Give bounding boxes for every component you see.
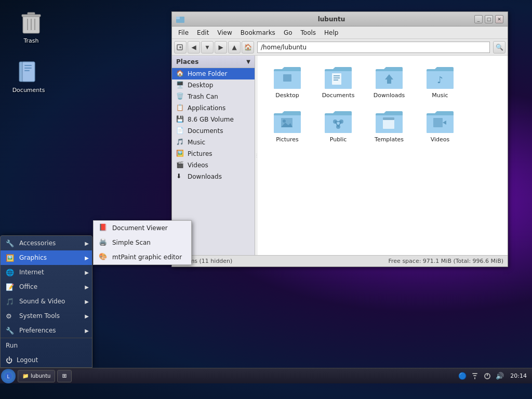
svg-text:L: L: [7, 374, 9, 379]
close-button[interactable]: ✕: [495, 15, 503, 23]
search-toggle[interactable]: 🔍: [493, 41, 506, 54]
submenu-simple-scan[interactable]: 🖨️ Simple Scan: [94, 235, 191, 250]
sm-logout[interactable]: ⏻ Logout: [1, 353, 92, 367]
svg-rect-34: [433, 118, 443, 127]
pictures-sidebar-icon: 🖼️: [176, 150, 184, 158]
sidebar-item-desktop[interactable]: 🖥️ Desktop: [172, 79, 255, 91]
power-icon[interactable]: [482, 371, 493, 381]
sm-item-accessories[interactable]: 🔧 Accessories ▶: [1, 236, 92, 250]
documents-icon: [16, 60, 41, 85]
sidebar-item-downloads[interactable]: ⬇️ Downloads: [172, 171, 255, 182]
sidebar-item-volume[interactable]: 💾 8.6 GB Volume: [172, 114, 255, 125]
file-icon-pictures[interactable]: Pictures: [264, 106, 311, 146]
main-content: Places ▼ 🏠 Home Folder 🖥️ Desktop 🗑️ Tra…: [172, 56, 508, 255]
toolbar: ◀ ▼ ▶ ▲ 🏠 /home/lubuntu 🔍: [172, 39, 508, 56]
window-titlebar: lubuntu _ □ ✕: [172, 12, 508, 26]
bluetooth-icon[interactable]: 🔵: [457, 371, 468, 381]
sidebar-collapse-icon[interactable]: ▼: [246, 59, 250, 64]
svg-rect-10: [24, 70, 30, 71]
taskbar-files-button[interactable]: 📁 lubuntu: [18, 370, 55, 382]
sound-video-icon: 🎵: [6, 297, 15, 306]
office-arrow: ▶: [85, 284, 89, 290]
file-icon-desktop[interactable]: Desktop: [264, 62, 311, 102]
new-tab-button[interactable]: [174, 41, 187, 54]
public-folder-label: Public: [330, 136, 347, 143]
sidebar-item-music[interactable]: 🎵 Music: [172, 137, 255, 148]
svg-text:♪: ♪: [437, 74, 443, 85]
downloads-sidebar-icon: ⬇️: [176, 172, 184, 181]
taskbar: L 📁 lubuntu ⊞ 🔵: [0, 368, 532, 383]
sidebar-header: Places ▼: [172, 56, 255, 68]
svg-rect-16: [283, 74, 291, 82]
desktop: Trash Documents lubuntu: [0, 0, 532, 383]
file-icon-public[interactable]: Public: [315, 106, 362, 146]
trash-label: Trash: [23, 37, 38, 44]
submenu-document-viewer[interactable]: 📕 Document Viewer: [94, 221, 191, 235]
home-button[interactable]: 🏠: [242, 41, 254, 54]
menu-tools[interactable]: Tools: [297, 28, 321, 37]
up-button[interactable]: ▲: [228, 41, 241, 54]
sm-item-preferences[interactable]: 🔧 Preferences ▶: [1, 323, 92, 338]
taskbar-show-desktop[interactable]: ⊞: [57, 370, 71, 382]
sidebar-item-pictures[interactable]: 🖼️ Pictures: [172, 148, 255, 159]
sidebar-item-documents[interactable]: 📄 Documents: [172, 125, 255, 137]
svg-rect-1: [22, 15, 41, 17]
location-bar[interactable]: /home/lubuntu: [257, 42, 490, 53]
sidebar-item-trash-can[interactable]: 🗑️ Trash Can: [172, 91, 255, 102]
forward-button[interactable]: ▶: [215, 41, 227, 54]
file-icon-downloads[interactable]: Downloads: [366, 62, 413, 102]
svg-rect-17: [332, 73, 341, 85]
taskbar-files-icon: 📁: [22, 373, 29, 379]
videos-folder-label: Videos: [431, 136, 450, 143]
location-text: /home/lubuntu: [261, 44, 307, 51]
back-button[interactable]: ◀: [188, 41, 200, 54]
file-area: Desktop Documents: [258, 56, 508, 255]
file-icon-videos[interactable]: Videos: [417, 106, 463, 146]
window-menubar: File Edit View Bookmarks Go Tools Help: [172, 26, 508, 39]
downloads-folder-label: Downloads: [374, 92, 405, 99]
svg-rect-33: [383, 117, 394, 120]
history-button[interactable]: ▼: [201, 41, 214, 54]
start-menu: 🔧 Accessories ▶ 🖼️ Graphics ▶ 📕 Document…: [0, 235, 92, 368]
file-manager-window: lubuntu _ □ ✕ File Edit View Bookmarks G…: [171, 11, 508, 267]
file-icon-documents[interactable]: Documents: [315, 62, 362, 102]
start-button[interactable]: L: [1, 369, 16, 383]
network-icon[interactable]: [470, 371, 480, 381]
sm-item-office[interactable]: 📝 Office ▶: [1, 280, 92, 294]
internet-arrow: ▶: [85, 270, 89, 275]
sidebar-item-home-folder[interactable]: 🏠 Home Folder: [172, 68, 255, 79]
desktop-folder-label: Desktop: [275, 92, 299, 99]
menu-file[interactable]: File: [174, 28, 193, 37]
desktop-icon-documents[interactable]: Documents: [8, 60, 49, 94]
start-menu-apps: 🔧 Accessories ▶ 🖼️ Graphics ▶ 📕 Document…: [1, 236, 92, 338]
statusbar: 8 items (11 hidden) Free space: 971.1 Mi…: [172, 255, 508, 267]
window-controls: _ □ ✕: [474, 15, 503, 23]
menu-go[interactable]: Go: [280, 28, 297, 37]
menu-bookmarks[interactable]: Bookmarks: [236, 28, 280, 37]
graphics-submenu: 📕 Document Viewer 🖨️ Simple Scan 🎨 mtPai…: [93, 220, 192, 265]
sidebar-item-videos[interactable]: 🎬 Videos: [172, 159, 255, 171]
desktop-icon-trash[interactable]: Trash: [10, 10, 52, 44]
system-tools-icon: ⚙️: [6, 311, 15, 321]
volume-icon[interactable]: 🔊: [495, 371, 505, 381]
minimize-button[interactable]: _: [474, 15, 483, 23]
home-folder-icon: 🏠: [176, 70, 184, 78]
file-icon-music[interactable]: ♪ Music: [417, 62, 463, 102]
sm-run[interactable]: Run: [1, 338, 92, 353]
paint-icon: 🎨: [99, 252, 108, 262]
svg-rect-38: [472, 373, 477, 374]
svg-rect-42: [487, 374, 488, 376]
menu-edit[interactable]: Edit: [193, 28, 213, 37]
svg-rect-7: [22, 62, 35, 82]
sm-item-graphics[interactable]: 🖼️ Graphics ▶ 📕 Document Viewer 🖨️ Simpl…: [1, 250, 92, 265]
preferences-icon: 🔧: [6, 326, 15, 335]
sidebar-item-applications[interactable]: 📋 Applications: [172, 102, 255, 114]
sm-item-internet[interactable]: 🌐 Internet ▶: [1, 265, 92, 280]
sm-item-sound-video[interactable]: 🎵 Sound & Video ▶: [1, 294, 92, 309]
maximize-button[interactable]: □: [485, 15, 493, 23]
menu-view[interactable]: View: [213, 28, 236, 37]
sm-item-system-tools[interactable]: ⚙️ System Tools ▶: [1, 309, 92, 323]
file-icon-templates[interactable]: Templates: [366, 106, 413, 146]
submenu-mtpaint[interactable]: 🎨 mtPaint graphic editor: [94, 250, 191, 264]
menu-help[interactable]: Help: [320, 28, 342, 37]
